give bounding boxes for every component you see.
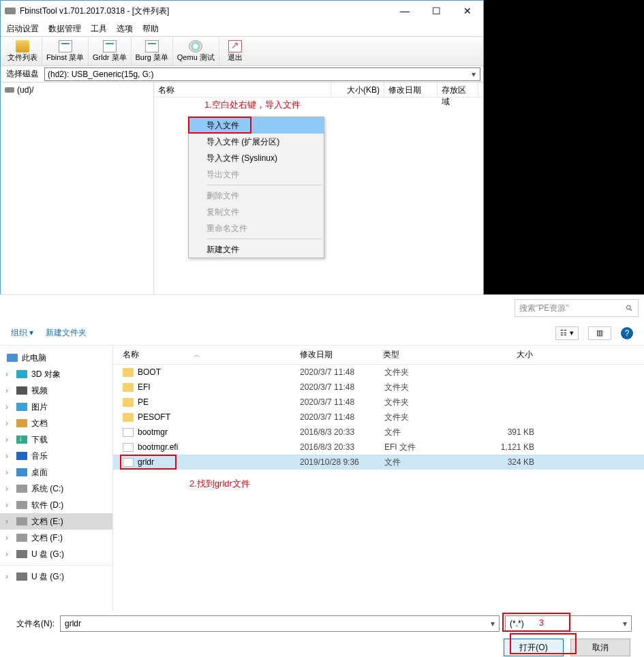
tree-item[interactable]: ›文档 [0,415,112,431]
col-name[interactable]: 名称 [154,82,331,97]
search-input[interactable]: 搜索"PE资源" [515,299,639,317]
menu-tools[interactable]: 工具 [91,23,107,35]
ico-pc-icon [7,354,18,362]
minimize-button[interactable]: — [389,1,420,21]
folder-icon [123,368,134,377]
tree-item[interactable]: ›图片 [0,399,112,415]
tb-burg-menu[interactable]: Burg 菜单 [132,36,173,66]
ico-3d-icon [16,370,27,378]
tb-grldr-menu[interactable]: Grldr 菜单 [89,36,132,66]
file-icon [123,443,134,452]
ico-mus-icon [16,452,27,460]
folder-icon [123,413,134,422]
tree-item[interactable]: ›文档 (F:) [0,530,112,546]
ico-drv-icon [16,501,27,509]
tree-item[interactable]: ›桌面 [0,464,112,480]
tb-qemu-test[interactable]: Qemu 测试 [173,36,219,66]
ctx-copy: 复制文件 [189,204,324,220]
filename-input[interactable]: grldr [60,615,500,632]
filter-select[interactable]: (*.*) [505,615,632,632]
ico-usb-icon [16,550,27,558]
ctx-delete: 删除文件 [189,187,324,204]
annotation-step2: 2.找到grldr文件 [189,478,250,490]
side-black-panel [484,0,644,294]
list-item[interactable]: bootmgr2016/8/3 20:33文件391 KB [113,425,644,440]
exit-icon [228,40,242,52]
close-button[interactable]: ✕ [452,1,483,21]
ctx-import[interactable]: 导入文件 [189,117,324,134]
dialog-toolbar: 组织 ▾ 新建文件夹 ☷ ▾ ▥ ? [0,321,644,346]
tb-exit[interactable]: 退出 [224,36,247,66]
tree-item[interactable]: ›U 盘 (G:) [0,568,112,585]
file-list: 名称︿ 修改日期 类型 大小 BOOT2020/3/7 11:48文件夹EFI2… [113,346,644,611]
tb-fbinst-menu[interactable]: Fbinst 菜单 [42,36,89,66]
list-item[interactable]: bootmgr.efi2016/8/3 20:33EFI 文件1,121 KB [113,440,644,455]
col-area[interactable]: 存放区域 [438,82,478,97]
col-name[interactable]: 名称︿ [123,349,300,361]
tree-item[interactable]: ›软件 (D:) [0,497,112,513]
list-item[interactable]: grldr2019/10/28 9:36文件324 KB [113,455,644,470]
open-button[interactable]: 打开(O) [504,639,564,656]
annotation-step1: 1.空白处右键，导入文件 [204,99,301,111]
annotation-step3: 3 [539,617,544,628]
ctx-newfile[interactable]: 新建文件 [189,241,324,258]
tb-filelist[interactable]: 文件列表 [3,36,42,66]
file-open-dialog: ✕ 搜索"PE资源" 组织 ▾ 新建文件夹 ☷ ▾ ▥ ? 此电脑›3D 对象›… [0,294,644,656]
tree-item[interactable]: ›3D 对象 [0,366,112,382]
tree-item[interactable]: ›系统 (C:) [0,480,112,497]
col-size[interactable]: 大小(KB) [331,82,384,97]
col-date[interactable]: 修改日期 [384,82,438,97]
ico-drv-icon [16,517,27,525]
menu-startup[interactable]: 启动设置 [6,23,39,35]
disk-selector-row: 选择磁盘 (hd2): USB_Generic(15g, G:) [1,66,483,82]
ico-dl-icon [16,436,27,444]
disc-icon [189,40,202,52]
folder-icon [123,383,134,392]
list-item[interactable]: BOOT2020/3/7 11:48文件夹 [113,365,644,380]
toolbar: 文件列表 Fbinst 菜单 Grldr 菜单 Burg 菜单 Qemu 测试 … [1,36,483,66]
preview-button[interactable]: ▥ [588,326,611,340]
hdd-icon [5,7,16,14]
tree-item[interactable]: ›下载 [0,431,112,448]
ctx-import-syslinux[interactable]: 导入文件 (Syslinux) [189,150,324,166]
folder-icon [123,398,134,407]
disk-select[interactable]: (hd2): USB_Generic(15g, G:) [44,67,480,81]
tree-item[interactable]: ›文档 (E:) [0,513,112,530]
help-icon[interactable]: ? [621,327,633,339]
book-icon [16,40,29,52]
view-mode-button[interactable]: ☷ ▾ [555,326,579,340]
organize-button[interactable]: 组织 ▾ [11,327,33,339]
ico-drv-icon [16,485,27,493]
file-icon [123,428,134,437]
tree-root[interactable]: (ud)/ [5,85,149,95]
col-type[interactable]: 类型 [383,349,465,361]
tree-item[interactable]: ›音乐 [0,448,112,464]
ico-usb-icon [16,572,27,581]
hdd-icon [5,87,14,93]
menu-data[interactable]: 数据管理 [48,23,81,35]
file-list-pane: 名称 大小(KB) 修改日期 存放区域 1.空白处右键，导入文件 导入文件 导入… [154,82,483,324]
menu-options[interactable]: 选项 [117,23,133,35]
cancel-button[interactable]: 取消 [570,639,630,656]
ico-doc-icon [16,419,27,427]
ico-desk-icon [16,468,27,476]
script-icon [103,40,117,52]
tree-item[interactable]: ›视频 [0,382,112,399]
tree-item[interactable]: ›U 盘 (G:) [0,546,112,562]
tree-item[interactable]: 此电脑 [0,350,112,366]
newfolder-button[interactable]: 新建文件夹 [46,327,87,339]
col-date[interactable]: 修改日期 [300,349,383,361]
maximize-button[interactable]: ☐ [420,1,452,21]
folder-tree: 此电脑›3D 对象›视频›图片›文档›下载›音乐›桌面›系统 (C:)›软件 (… [0,346,113,611]
ctx-import-ext[interactable]: 导入文件 (扩展分区) [189,134,324,150]
list-item[interactable]: PESOFT2020/3/7 11:48文件夹 [113,410,644,425]
script-icon [145,40,159,52]
menu-help[interactable]: 帮助 [142,23,159,35]
list-item[interactable]: PE2020/3/7 11:48文件夹 [113,395,644,410]
window-title: FbinstTool v1.701.2017.0318 - [文件列表] [20,5,389,17]
script-icon [59,40,72,52]
list-item[interactable]: EFI2020/3/7 11:48文件夹 [113,380,644,395]
ico-drv-icon [16,534,27,542]
ctx-export: 导出文件 [189,166,324,183]
col-size[interactable]: 大小 [465,349,533,361]
